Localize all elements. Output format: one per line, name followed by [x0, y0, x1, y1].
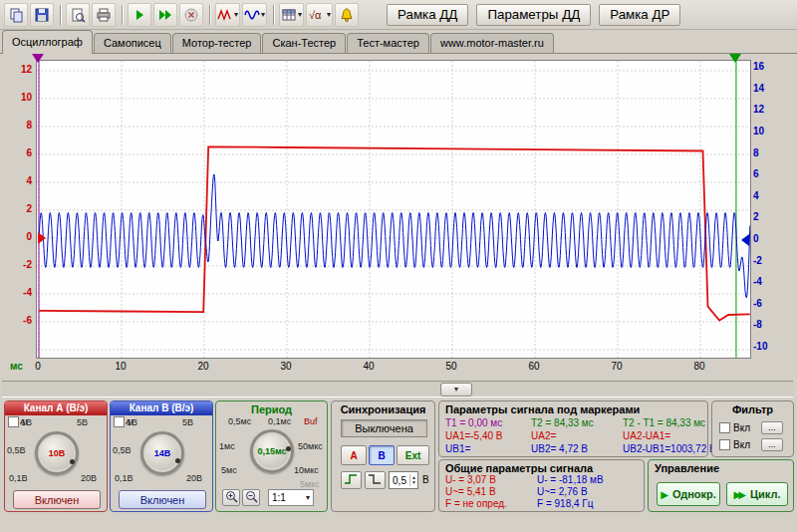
scale-label: 50мкс [298, 441, 323, 451]
frame-dr-button[interactable]: Рамка ДР [599, 4, 680, 26]
fast-forward-icon [157, 7, 173, 23]
cycle-run-button[interactable]: ▶▶ Цикл. [726, 482, 788, 506]
frame-dd-button[interactable]: Рамка ДД [387, 4, 468, 26]
tab-5[interactable]: Тест-мастер [347, 33, 429, 53]
marker-params-title: Параметры сигнала под маркерами [445, 403, 640, 415]
scale-label: 1В [21, 417, 32, 427]
x-axis-tick: 30 [274, 361, 298, 373]
left-axis-tick: 6 [4, 147, 32, 159]
print-button[interactable] [92, 3, 116, 27]
right-axis-tick: -2 [753, 255, 783, 267]
marker-param-value: UB1= [445, 442, 531, 455]
toolbar-separator [60, 5, 62, 25]
filter-title: Фильтр [712, 403, 793, 415]
x-axis-unit-label: мс [10, 361, 23, 372]
period-knob[interactable]: 0,15мс [250, 429, 294, 473]
scale-ratio-select[interactable]: 1:1▾ [268, 489, 314, 506]
scale-label: 0,5В [7, 445, 26, 455]
left-axis-tick: 8 [4, 120, 32, 132]
stop-button[interactable] [179, 3, 203, 27]
params-dd-button[interactable]: Параметры ДД [476, 4, 591, 26]
sync-title: Синхронизация [332, 403, 434, 415]
waveform-display[interactable] [36, 60, 751, 359]
stop-icon [183, 7, 199, 23]
scale-label: 10мкс [294, 465, 319, 475]
period-panel: Период 0,5мс 0,1мс Buf 1мс 50мкс 5мс 10м… [215, 400, 328, 512]
marker-param-value: UA2-UA1= [623, 429, 705, 442]
zoom-in-button[interactable] [222, 489, 240, 506]
filter-a-label: Вкл [733, 422, 750, 433]
channel-a-header: Канал А (В/э) [5, 401, 107, 415]
oscilloscope-plot-area: мс 121086420-2-4-61614121086420-2-4-6-8-… [2, 54, 795, 379]
left-axis-tick: 0 [4, 231, 32, 243]
channel-b-header: Канал В (В/э) [111, 401, 212, 415]
start-button[interactable] [128, 3, 151, 27]
sqrt-icon: √α [308, 7, 326, 23]
left-axis-tick: 4 [4, 175, 32, 187]
scale-label: 0,5В [113, 445, 132, 455]
channel-b-signal-button[interactable]: ▾ [242, 3, 267, 27]
zoom-out-button[interactable] [242, 489, 260, 506]
toolbar-separator [209, 5, 211, 25]
horizontal-scrollbar[interactable]: ▼ [2, 381, 793, 398]
start-cycle-button[interactable] [153, 3, 177, 27]
channel-a-gain-knob[interactable]: 10В [35, 431, 79, 475]
sync-source-b-button[interactable]: В [369, 445, 395, 465]
right-axis-tick: 4 [753, 190, 783, 202]
preview-button[interactable] [66, 3, 90, 27]
tab-6[interactable]: www.motor-master.ru [430, 33, 554, 53]
tab-3[interactable]: Мотор-тестер [172, 33, 262, 53]
filter-a-more-button[interactable]: ... [761, 421, 783, 434]
right-axis-tick: 10 [753, 126, 783, 137]
copy-icon [8, 7, 24, 23]
right-axis-tick: -4 [753, 276, 783, 288]
math-button[interactable]: √α▾ [306, 3, 333, 27]
tab-1[interactable]: Осциллограф [2, 30, 93, 54]
scale-label: 5В [77, 417, 88, 427]
channel-a-panel: Канал А (В/э) AI 1В 5В 0,5В 0,1В 20В 10В… [4, 400, 108, 512]
marker-t2-handle[interactable] [729, 54, 741, 63]
sync-source-ext-button[interactable]: Ext [397, 445, 429, 465]
filter-a-checkbox[interactable] [719, 422, 730, 433]
single-run-button[interactable]: ▶ Однокр. [657, 482, 720, 506]
chevron-down-icon: ▾ [306, 493, 310, 502]
sound-button[interactable] [335, 3, 359, 27]
sync-level-input[interactable]: 0,5 ▲▼ [389, 471, 418, 489]
x-axis-tick: 50 [439, 361, 463, 373]
table-button[interactable]: ▾ [279, 3, 304, 27]
save-button[interactable] [30, 3, 54, 27]
save-icon [34, 7, 50, 23]
filter-b-label: Вкл [733, 439, 750, 450]
channel-a-signal-button[interactable]: ▾ [215, 3, 240, 27]
marker-params-panel: Параметры сигнала под маркерами T1 = 0,0… [438, 400, 708, 457]
scale-label: 1мс [219, 441, 235, 451]
copy-button[interactable] [4, 3, 28, 27]
channel-a-enabled-button[interactable]: Включен [13, 490, 101, 509]
channel-b-panel: Канал В (В/э) AI 1В 5В 0,5В 0,1В 20В 14В… [110, 400, 213, 512]
trigger-rising-edge-button[interactable] [341, 471, 362, 489]
marker-param-value: T2 = 84,33 мс [531, 416, 623, 429]
filter-b-more-button[interactable]: ... [761, 438, 783, 451]
right-axis-tick: 0 [753, 233, 783, 245]
marker-param-value: UA2= [531, 429, 623, 442]
right-axis-tick: 14 [753, 83, 783, 95]
falling-edge-icon [368, 473, 383, 488]
marker-t1-handle[interactable] [32, 54, 44, 63]
general-param-a: U- = 3,07 В [445, 474, 537, 486]
x-axis-tick: 0 [26, 361, 50, 373]
scale-label: 20В [186, 473, 202, 483]
right-axis-tick: -6 [753, 298, 783, 310]
spinner-arrows-icon[interactable]: ▲▼ [409, 474, 417, 486]
tab-2[interactable]: Самописец [94, 33, 171, 53]
channel-b-gain-knob[interactable]: 14В [140, 431, 184, 475]
tab-4[interactable]: Скан-Тестер [262, 33, 346, 53]
filter-b-checkbox[interactable] [719, 439, 730, 450]
sync-state-button[interactable]: Выключена [341, 419, 427, 437]
general-params-panel: Общие параметры сигнала U- = 3,07 ВU- = … [438, 459, 645, 512]
general-param-a: U~= 5,41 В [445, 486, 537, 498]
trigger-falling-edge-button[interactable] [365, 471, 386, 489]
left-axis-tick: 12 [4, 64, 32, 76]
sync-source-a-button[interactable]: А [341, 445, 367, 465]
scrollbar-handle[interactable]: ▼ [440, 383, 472, 397]
channel-b-enabled-button[interactable]: Включен [119, 490, 206, 509]
